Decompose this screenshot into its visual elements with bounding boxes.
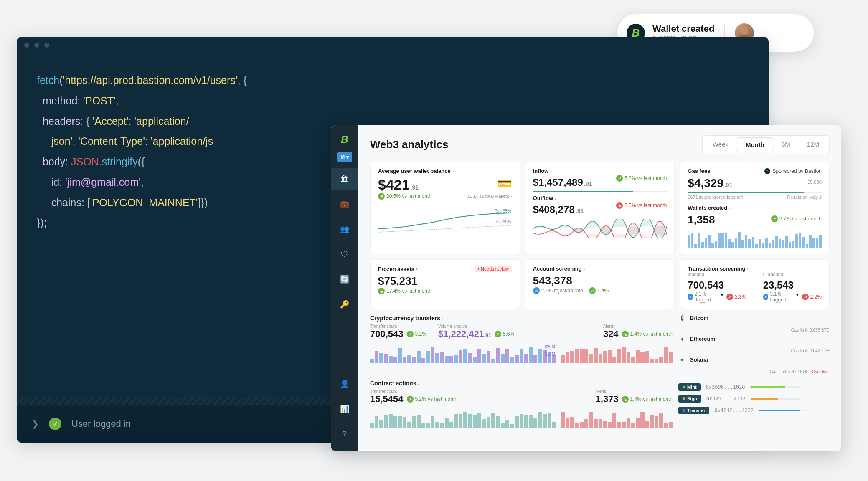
nav-wallet[interactable]: 💼 <box>331 193 358 215</box>
nav-keys[interactable]: 🔑 <box>331 293 358 316</box>
card-inflow-outflow[interactable]: Inflow› $1,457,489.91 ↗5.2% vs last mont… <box>525 162 675 254</box>
chain-bitcoin[interactable]: ₿ Bitcoin <box>678 315 830 321</box>
action-mint[interactable]: Mint 0x3090...1028 <box>678 383 830 391</box>
window-close-dot[interactable] <box>24 43 29 48</box>
transfers-chart: $20M $10M <box>370 344 556 363</box>
ethereum-icon: ♦ <box>678 336 686 342</box>
tab-week[interactable]: Week <box>704 137 737 152</box>
nav-users[interactable]: 👥 <box>331 218 358 240</box>
time-range-tabs: Week Month 6M 12M <box>702 135 830 154</box>
help-icon: ? <box>343 430 347 438</box>
chain-ethereum[interactable]: ♦ Ethereum <box>678 336 830 342</box>
tab-6m[interactable]: 6M <box>773 137 799 152</box>
bitcoin-icon: ₿ <box>678 315 686 321</box>
analytics-panel: B M ▾ 🏛 💼 👥 🛡 🔄 🔑 👤 📊 ? Web3 analytics W… <box>331 125 841 451</box>
wallets-chart <box>688 230 822 248</box>
nav-profile[interactable]: 👤 <box>331 372 358 395</box>
alerts-chart <box>561 344 673 363</box>
chevron-right-icon: ❯ <box>32 419 39 429</box>
solana-icon: ≡ <box>678 357 686 363</box>
page-title: Web3 analytics <box>370 138 448 151</box>
side-nav: B M ▾ 🏛 💼 👥 🛡 🔄 🔑 👤 📊 ? <box>331 125 358 451</box>
contracts-chart <box>370 410 556 428</box>
transfers-title: Cryptocurrency transfers› <box>370 315 673 322</box>
console-message: User logged in <box>71 418 131 429</box>
nav-transfers[interactable]: 🔄 <box>331 268 358 291</box>
bastion-badge-icon: B <box>764 168 770 174</box>
nav-reports[interactable]: 📊 <box>331 397 358 420</box>
tab-month[interactable]: Month <box>737 137 773 152</box>
nav-institution[interactable]: 🏛 <box>331 168 358 190</box>
action-transfer[interactable]: Transfer 0x4242...4222 <box>678 407 830 414</box>
users-icon: 👥 <box>340 225 349 234</box>
contracts-title: Contract actions› <box>370 380 673 387</box>
profile-icon: 👤 <box>340 379 349 388</box>
account-switcher[interactable]: M ▾ <box>337 152 352 162</box>
flow-chart <box>533 219 667 237</box>
chevron-right-icon: › <box>452 169 454 174</box>
recent-actions: Mint 0x3090...1028 Sign 0x3291...2332 Tr… <box>678 380 830 428</box>
window-maximize-dot[interactable] <box>44 43 49 48</box>
card-account-screening[interactable]: Account screening› 543,378 ✕2.1% rejecti… <box>525 259 675 309</box>
contract-alerts-chart <box>561 410 673 428</box>
key-icon: 🔑 <box>340 300 349 309</box>
card-transaction-screening[interactable]: Transaction screening› Inbound 700,543 ✕… <box>680 259 830 309</box>
card-frozen-assets[interactable]: Frozen assets› • Needs review $75,231 ↘1… <box>370 259 520 309</box>
wallet-icon: 💼 <box>340 200 349 209</box>
svg-point-0 <box>741 27 748 35</box>
brand-logo-icon: B <box>341 131 348 149</box>
success-check-icon: ✓ <box>49 418 61 430</box>
nav-help[interactable]: ? <box>331 423 358 445</box>
nav-security[interactable]: 🛡 <box>331 243 358 266</box>
tab-12m[interactable]: 12M <box>799 137 827 152</box>
chain-solana[interactable]: ≡ Solana <box>678 357 830 363</box>
balance-chart: Top 95% Top 60% <box>378 204 512 233</box>
card-wallet-balance[interactable]: Average user wallet balance› $421.91 💳 ↗… <box>370 162 520 254</box>
toast-title: Wallet created <box>652 23 714 34</box>
card-gas-fees[interactable]: Gas fees› BSponsored by Bastion $4,329.9… <box>680 162 830 254</box>
action-sign[interactable]: Sign 0x3291...2332 <box>678 395 830 403</box>
window-minimize-dot[interactable] <box>34 43 39 48</box>
chain-gas-limits: ₿ Bitcoin Gas limit: 0.055 BTC ♦ Ethereu… <box>678 315 830 374</box>
shield-icon: 🛡 <box>341 250 348 259</box>
chart-icon: 📊 <box>340 404 349 413</box>
window-controls <box>17 37 769 53</box>
bank-icon: 🏛 <box>341 175 348 184</box>
wallet-icon: 💳 <box>497 177 512 190</box>
swap-icon: 🔄 <box>340 275 349 284</box>
